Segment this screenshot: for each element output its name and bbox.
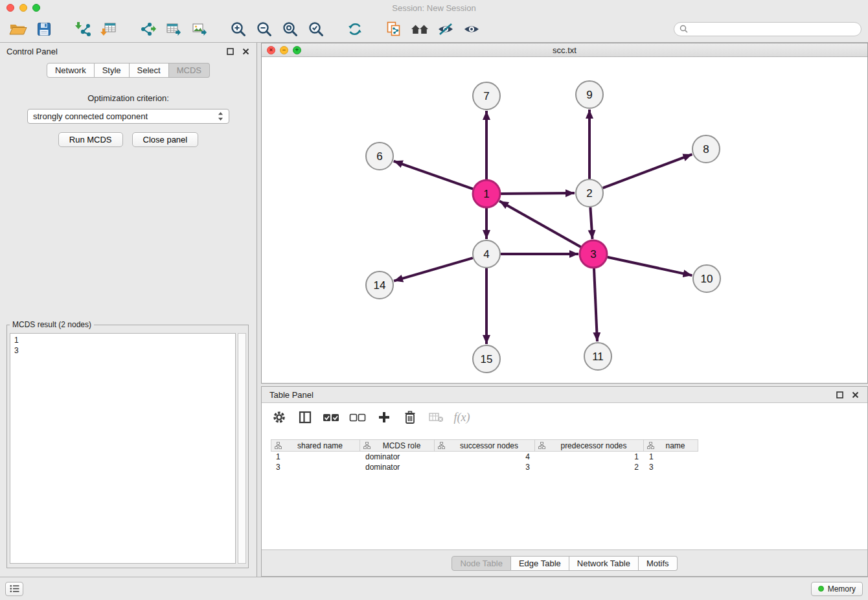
search-box[interactable]: [674, 22, 862, 36]
edge-1-2[interactable]: [501, 193, 575, 194]
float-window-icon: [227, 48, 234, 55]
cell-predecessor-nodes: 2: [535, 463, 644, 472]
close-app-button[interactable]: [6, 4, 14, 12]
float-table-panel-button[interactable]: [835, 390, 844, 399]
edge-1-6[interactable]: [394, 161, 474, 189]
column-header-mcds-role[interactable]: MCDS role: [360, 439, 435, 452]
export-network-button[interactable]: [136, 18, 159, 40]
node-3[interactable]: 3: [580, 240, 607, 268]
result-item[interactable]: 3: [14, 345, 231, 356]
network-canvas[interactable]: 7968124314101511: [262, 57, 867, 383]
table-settings-button[interactable]: [271, 408, 288, 426]
node-15[interactable]: 15: [473, 345, 500, 373]
tab-motifs[interactable]: Motifs: [639, 556, 678, 571]
close-table-panel-button[interactable]: [851, 390, 860, 399]
neighborhood-button[interactable]: [408, 18, 431, 40]
column-header-predecessor-nodes[interactable]: predecessor nodes: [535, 439, 644, 452]
import-table-button[interactable]: [97, 18, 120, 40]
memory-button[interactable]: Memory: [811, 582, 863, 596]
close-control-panel-button[interactable]: [241, 47, 250, 56]
float-panel-button[interactable]: [225, 47, 234, 56]
svg-text:9: 9: [586, 89, 592, 101]
cell-shared-name: 3: [271, 463, 360, 472]
sort-icon: [438, 442, 445, 449]
add-column-button[interactable]: [376, 408, 393, 426]
export-image-button[interactable]: [188, 18, 211, 40]
function-builder-button[interactable]: f(x): [453, 408, 470, 426]
show-all-button[interactable]: [460, 18, 483, 40]
open-session-button[interactable]: [6, 18, 30, 40]
zoom-out-button[interactable]: [253, 18, 276, 40]
edge-2-8[interactable]: [603, 154, 692, 188]
node-7[interactable]: 7: [473, 82, 500, 110]
edge-3-11[interactable]: [594, 268, 597, 341]
memory-status-icon: [818, 586, 824, 592]
table-panel-body: f(x) shared nameMCDS rolesuccessor nodes…: [262, 402, 867, 550]
tab-network[interactable]: Network: [47, 63, 95, 78]
select-all-button[interactable]: [323, 408, 340, 426]
svg-text:15: 15: [481, 353, 493, 365]
close-panel-button[interactable]: Close panel: [132, 132, 199, 147]
result-scrollbar[interactable]: [238, 333, 246, 564]
delete-table-button[interactable]: [428, 408, 444, 426]
sort-icon: [538, 442, 545, 449]
plus-icon: [377, 410, 391, 424]
node-6[interactable]: 6: [366, 143, 393, 170]
edge-4-14[interactable]: [394, 258, 473, 281]
control-panel-header: Control Panel: [0, 43, 257, 60]
node-1[interactable]: 1: [473, 180, 500, 207]
tab-network-table[interactable]: Network Table: [569, 556, 639, 571]
svg-text:11: 11: [592, 351, 604, 363]
tab-select[interactable]: Select: [130, 63, 169, 78]
node-8[interactable]: 8: [692, 135, 720, 163]
svg-text:2: 2: [586, 187, 592, 200]
close-network-button[interactable]: ×: [267, 46, 275, 54]
node-14[interactable]: 14: [366, 271, 393, 299]
tab-node-table[interactable]: Node Table: [451, 556, 511, 571]
tab-edge-table[interactable]: Edge Table: [511, 556, 569, 571]
copy-view-button[interactable]: [382, 18, 405, 40]
network-window-titlebar[interactable]: × − + scc.txt: [262, 43, 867, 57]
show-columns-button[interactable]: [297, 408, 314, 426]
sort-icon: [275, 442, 282, 449]
node-9[interactable]: 9: [576, 81, 603, 108]
column-header-successor-nodes[interactable]: successor nodes: [435, 439, 535, 452]
column-header-shared-name[interactable]: shared name: [271, 439, 360, 452]
zoom-selected-button[interactable]: [304, 18, 328, 40]
minimize-app-button[interactable]: [19, 4, 27, 12]
edge-3-1[interactable]: [499, 201, 581, 247]
mcds-result-list: 13: [10, 333, 236, 564]
minimize-network-button[interactable]: −: [280, 46, 288, 54]
zoom-fit-button[interactable]: [279, 18, 302, 40]
hide-selected-button[interactable]: [434, 18, 457, 40]
refresh-button[interactable]: [343, 18, 367, 40]
window-title: Session: New Session: [392, 3, 475, 13]
run-mcds-button[interactable]: Run MCDS: [58, 132, 123, 147]
edge-3-10[interactable]: [608, 257, 692, 275]
node-2[interactable]: 2: [576, 179, 603, 207]
edge-2-3[interactable]: [590, 207, 592, 239]
node-4[interactable]: 4: [473, 240, 500, 268]
zoom-app-button[interactable]: [32, 4, 40, 12]
table-panel-title: Table Panel: [269, 390, 314, 400]
table-row[interactable]: 3dominator323: [271, 462, 860, 472]
result-item[interactable]: 1: [14, 335, 231, 345]
delete-column-button[interactable]: [402, 408, 418, 426]
cell-successor-nodes: 4: [435, 452, 535, 461]
tab-mcds[interactable]: MCDS: [169, 63, 210, 78]
gear-icon: [272, 410, 286, 424]
table-row[interactable]: 1dominator411: [271, 452, 860, 462]
node-10[interactable]: 10: [693, 265, 720, 292]
tab-style[interactable]: Style: [95, 63, 130, 78]
zoom-in-button[interactable]: [227, 18, 250, 40]
criterion-dropdown[interactable]: strongly connected component: [27, 109, 229, 124]
node-11[interactable]: 11: [584, 343, 611, 370]
column-header-name[interactable]: name: [644, 439, 698, 452]
maximize-network-button[interactable]: +: [293, 46, 301, 54]
export-table-button[interactable]: [162, 18, 185, 40]
import-network-button[interactable]: [71, 18, 95, 40]
search-input[interactable]: [691, 25, 856, 34]
save-session-button[interactable]: [32, 18, 56, 40]
deselect-all-button[interactable]: [349, 408, 367, 426]
task-history-button[interactable]: [5, 582, 23, 596]
